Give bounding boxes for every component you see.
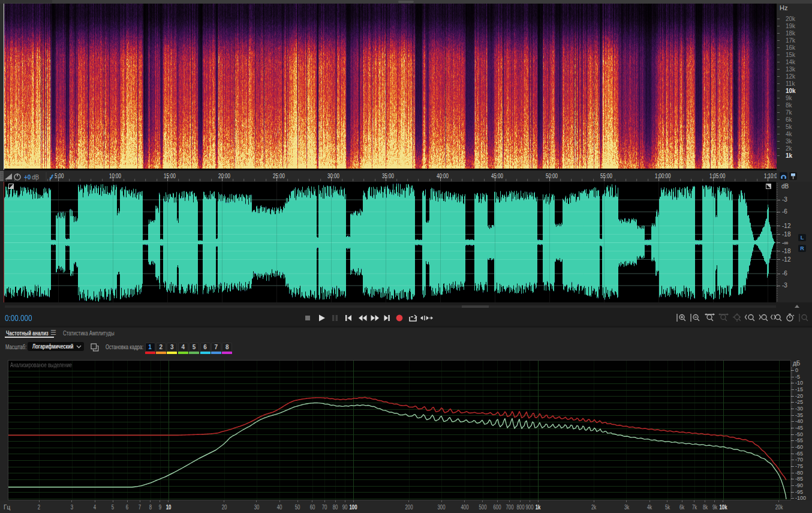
svg-text:dB: dB xyxy=(32,174,40,181)
svg-text:+0: +0 xyxy=(24,174,31,181)
